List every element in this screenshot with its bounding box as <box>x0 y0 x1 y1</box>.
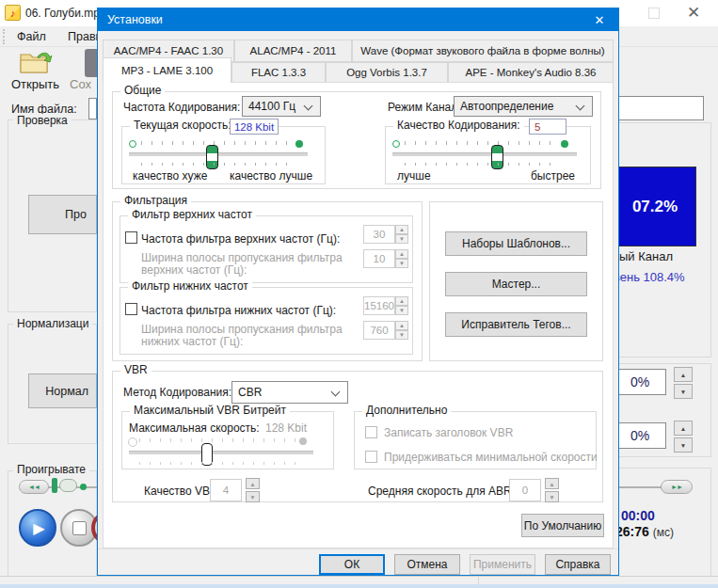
highpass-width-label-2: верхних частот (Гц): <box>141 263 247 277</box>
help-button-label: Справка <box>555 558 599 571</box>
bitrate-slider-track[interactable] <box>129 152 308 156</box>
method-combobox-value: CBR <box>238 386 262 399</box>
tab-ape[interactable]: APE - Monkey's Audio 8.36 <box>448 62 614 83</box>
max-vbr-track <box>129 451 313 454</box>
wizard-button[interactable]: Мастер... <box>445 272 587 296</box>
freq-label: Частота Кодирования: <box>123 101 240 114</box>
normalize-button[interactable]: Нормал <box>28 373 97 408</box>
method-label: Метод Кодирования: <box>123 386 231 399</box>
level-meter: 07.2% <box>614 167 696 246</box>
enc-quality-track[interactable] <box>392 152 577 156</box>
tag-fixer-button[interactable]: Исправитель Тегов... <box>445 312 587 337</box>
percent-bottom-down[interactable]: ▼ <box>674 437 693 453</box>
vbr-quality-field: 4 <box>210 479 242 501</box>
save-icon[interactable] <box>85 49 97 77</box>
close-icon: ✕ <box>595 13 605 27</box>
normalize-button-label: Нормал <box>45 385 88 398</box>
lowpass-freq-spinner: ▲▼ <box>395 296 408 315</box>
status-bar-accent <box>0 584 718 588</box>
seek-thumb[interactable] <box>52 478 57 493</box>
max-vbr-min-dot <box>128 437 137 447</box>
forward-button[interactable]: ►► <box>661 480 693 494</box>
ok-button[interactable]: ОК <box>319 554 385 575</box>
maximize-button[interactable] <box>648 8 660 19</box>
tag-fixer-button-label: Исправитель Тегов... <box>461 318 570 331</box>
open-folder-icon[interactable] <box>19 49 53 75</box>
cancel-button-label: Отмена <box>407 558 447 571</box>
tab-alac[interactable]: ALAC/MP4 - 2011 <box>234 40 352 62</box>
level-label: вень 108.4% <box>614 270 685 284</box>
play-icon: ▶ <box>33 519 44 537</box>
defaults-button-label: По Умолчанию <box>524 519 601 532</box>
help-button[interactable]: Справка <box>545 554 611 575</box>
method-combobox[interactable]: CBR <box>231 381 348 404</box>
defaults-button[interactable]: По Умолчанию <box>521 514 604 537</box>
tab-wave[interactable]: Wave (Формат звукового файла в форме вол… <box>352 40 614 62</box>
tab-ogg-label: Ogg Vorbis 1.3.7 <box>346 67 427 78</box>
percent-bottom-up[interactable]: ▲ <box>674 421 693 436</box>
abr-value: 0 <box>522 485 528 496</box>
highpass-width-value: 10 <box>374 253 386 264</box>
save-button-label[interactable]: Сох <box>70 77 91 91</box>
tab-flac[interactable]: FLAC 1.3.3 <box>231 62 326 83</box>
close-window-icon[interactable]: ✕ <box>687 3 700 23</box>
highpass-checkbox[interactable] <box>125 231 137 244</box>
highpass-freq-field: 30 <box>363 225 395 244</box>
chevron-down-icon <box>331 388 341 397</box>
dialog-titlebar[interactable] <box>98 8 618 31</box>
vbr-quality-value: 4 <box>223 485 229 496</box>
open-button[interactable]: Открыть <box>11 77 59 91</box>
cancel-button[interactable]: Отмена <box>394 554 460 575</box>
filename-field[interactable] <box>88 98 97 119</box>
lowpass-legend: Фильтр нижних частот <box>128 279 252 293</box>
percent-top-down[interactable]: ▼ <box>674 384 693 399</box>
bitrate-value-box: 128 Kbit <box>230 119 279 135</box>
right-field[interactable] <box>612 96 704 120</box>
max-vbr-ticks-bottom <box>139 462 295 465</box>
bitrate-slider-min-dot <box>129 140 136 148</box>
highpass-width-label-1: Ширина полосы пропускания фильтра <box>141 251 343 264</box>
apply-button: Применить <box>470 554 535 575</box>
max-vbr-max-dot <box>299 437 307 445</box>
percent-top-up[interactable]: ▲ <box>674 367 693 382</box>
highpass-freq-label: Частота фильтра верхних частот (Гц): <box>141 232 340 246</box>
play-button[interactable]: ▶ <box>19 509 56 547</box>
rewind-button[interactable]: ◄◄ <box>19 480 49 494</box>
dialog-close-button[interactable]: ✕ <box>581 8 618 31</box>
tab-mp3-lame[interactable]: MP3 - LAME 3.100 <box>103 57 231 83</box>
percent-top-field[interactable]: 0% <box>614 369 666 395</box>
tab-alac-label: ALAC/MP4 - 2011 <box>250 45 337 56</box>
check-button[interactable]: Про <box>28 195 97 234</box>
min-speed-checkbox <box>365 451 377 463</box>
seek-pill[interactable] <box>59 479 77 492</box>
window-title: 06. Голуби.mp <box>25 7 100 20</box>
time-total-row: 26:76 (мс) <box>615 524 674 539</box>
presets-button[interactable]: Наборы Шаблонов... <box>445 231 587 256</box>
filtering-legend: Фильтрация <box>120 194 191 207</box>
abr-down: ▼ <box>545 491 559 502</box>
freq-combobox[interactable]: 44100 Гц <box>242 96 321 117</box>
tab-ogg[interactable]: Ogg Vorbis 1.3.7 <box>326 62 448 83</box>
bitrate-slider-max-dot <box>295 140 303 148</box>
vbr-header-label: Записать заголовок VBR <box>384 426 513 439</box>
max-vbr-ticks-top <box>139 438 295 442</box>
mode-combobox[interactable]: Автоопределение <box>454 96 593 117</box>
lowpass-checkbox[interactable] <box>125 303 137 315</box>
check-group-legend: Проверка <box>13 114 72 127</box>
enc-quality-value: 5 <box>535 121 540 133</box>
tab-wave-label: Wave (Формат звукового файла в форме вол… <box>360 45 604 56</box>
seek-track-right[interactable] <box>612 486 664 488</box>
enc-quality-thumb[interactable] <box>491 145 503 169</box>
ok-button-label: ОК <box>344 558 359 571</box>
percent-bottom-field[interactable]: 0% <box>614 422 666 449</box>
lowpass-width-value: 760 <box>370 325 388 336</box>
normalize-group-legend: Нормализаци <box>13 317 92 330</box>
additional-legend: Дополнительно <box>362 404 451 417</box>
level-meter-percent: 07.2% <box>632 198 678 216</box>
lowpass-width-label-2: нижних частот (Гц): <box>141 335 243 348</box>
abr-up: ▲ <box>545 478 559 489</box>
bitrate-slider-thumb[interactable] <box>206 145 218 169</box>
general-legend: Общие <box>120 84 165 97</box>
abr-field: 0 <box>509 479 541 501</box>
menu-file[interactable]: Файл <box>17 30 46 43</box>
